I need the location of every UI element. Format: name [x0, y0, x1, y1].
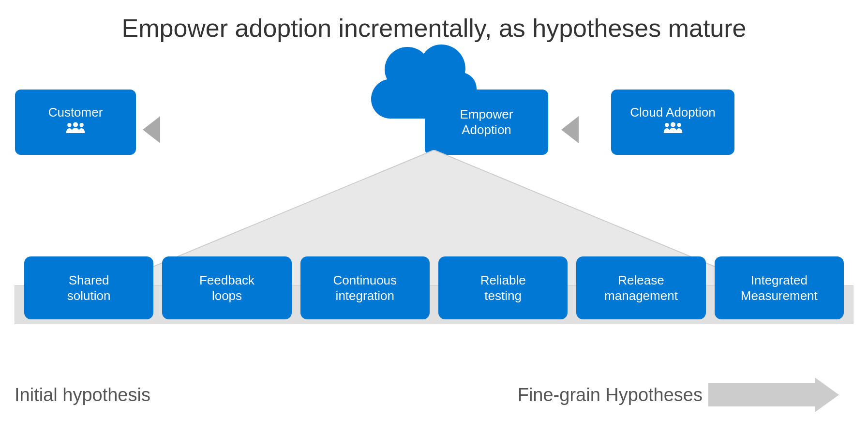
- svg-point-4: [670, 122, 675, 127]
- cloud-adoption-label: Cloud Adoption: [630, 105, 715, 120]
- reliable-testing-label: Reliabletesting: [480, 272, 526, 304]
- empower-adoption-box: Empower Adoption: [425, 90, 548, 155]
- arrow-to-customer: [143, 116, 160, 143]
- reliable-testing-box: Reliabletesting: [438, 256, 568, 319]
- customer-label: Customer: [48, 105, 103, 120]
- continuous-integration-label: Continuousintegration: [333, 272, 397, 304]
- bottom-labels-row: Initial hypothesis Fine-grain Hypotheses: [15, 377, 839, 412]
- feedback-loops-label: Feedbackloops: [199, 272, 254, 304]
- arrow-right-shape: [708, 377, 839, 412]
- shared-solution-label: Sharedsolution: [67, 272, 111, 304]
- release-management-box: Releasemanagement: [576, 256, 705, 319]
- fine-grain-label: Fine-grain Hypotheses: [518, 385, 703, 405]
- continuous-integration-box: Continuousintegration: [300, 256, 430, 319]
- arrow-to-empower: [561, 116, 579, 143]
- initial-hypothesis-label: Initial hypothesis: [15, 385, 150, 405]
- page-container: Empower adoption incrementally, as hypot…: [0, 0, 868, 435]
- svg-point-1: [73, 122, 78, 127]
- integrated-measurement-label: IntegratedMeasurement: [741, 272, 818, 304]
- feedback-loops-box: Feedbackloops: [162, 256, 291, 319]
- empower-label: Empower Adoption: [460, 107, 513, 137]
- shared-solution-box: Sharedsolution: [24, 256, 153, 319]
- svg-point-3: [665, 123, 669, 127]
- arrow-body: [708, 383, 815, 406]
- main-title: Empower adoption incrementally, as hypot…: [0, 14, 868, 43]
- customer-box: Customer: [15, 90, 136, 155]
- integrated-measurement-box: IntegratedMeasurement: [715, 256, 844, 319]
- arrow-head: [815, 377, 839, 412]
- svg-point-0: [67, 123, 71, 127]
- customer-icon: [65, 120, 86, 139]
- release-management-label: Releasemanagement: [604, 272, 678, 304]
- bottom-boxes-row: Sharedsolution Feedbackloops Continuousi…: [24, 256, 844, 319]
- svg-point-2: [79, 123, 83, 127]
- fine-grain-container: Fine-grain Hypotheses: [518, 377, 839, 412]
- cloud-adoption-box: Cloud Adoption: [611, 90, 734, 155]
- cloud-adoption-icon: [663, 120, 683, 139]
- svg-point-5: [677, 123, 681, 127]
